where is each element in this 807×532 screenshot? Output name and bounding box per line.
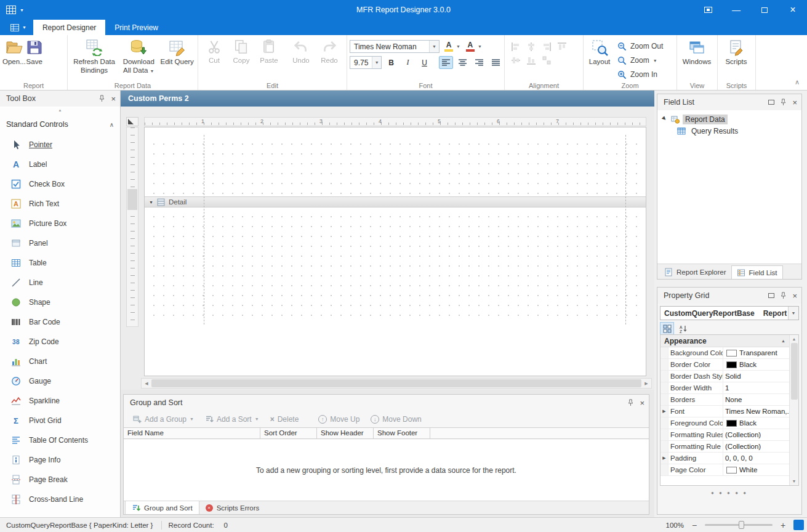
- zoom-grip-icon[interactable]: [793, 520, 804, 530]
- scripts-button[interactable]: Scripts: [720, 37, 752, 66]
- underline-button[interactable]: U: [417, 56, 432, 69]
- property-value[interactable]: Black: [723, 359, 789, 370]
- app-icon[interactable]: [6, 6, 16, 14]
- pin-icon[interactable]: [780, 99, 787, 106]
- column-show-footer[interactable]: Show Footer: [374, 428, 430, 438]
- property-value[interactable]: (Collection): [723, 441, 789, 452]
- property-value[interactable]: 0, 0, 0, 0: [723, 453, 789, 464]
- toolbox-item-shape[interactable]: Shape: [0, 292, 120, 312]
- property-row-formatting-rules[interactable]: Formatting Rules (Collection): [660, 429, 789, 441]
- scroll-up-icon[interactable]: ▲: [792, 337, 797, 341]
- minimize-button[interactable]: —: [722, 0, 750, 20]
- toolbox-item-chart[interactable]: Chart: [0, 352, 120, 371]
- tab-report-designer[interactable]: Report Designer: [33, 20, 105, 35]
- category-appearance[interactable]: Appearance ▲: [660, 335, 789, 347]
- property-value[interactable]: Times New Roman,...: [723, 406, 789, 417]
- tab-field-list[interactable]: Field List: [731, 265, 783, 279]
- expand-icon[interactable]: ▶: [660, 453, 668, 464]
- align-left-edges-icon[interactable]: [511, 42, 521, 52]
- align-bottoms-icon[interactable]: [526, 55, 536, 65]
- toolbox-item-gauge[interactable]: Gauge: [0, 371, 120, 391]
- copy-button[interactable]: Copy: [228, 37, 255, 65]
- property-row-border-dash-style[interactable]: Border Dash Style Solid: [660, 371, 789, 382]
- property-value[interactable]: Transparent: [723, 347, 789, 358]
- toolbox-item-rich-text[interactable]: A Rich Text: [0, 194, 120, 214]
- collapse-ribbon-icon[interactable]: ∧: [795, 78, 800, 86]
- refresh-data-bindings-button[interactable]: Refresh Data Bindings: [70, 37, 118, 75]
- property-value[interactable]: Black: [723, 417, 789, 429]
- property-value[interactable]: None: [723, 394, 789, 405]
- font-name-caret-icon[interactable]: ▼: [429, 41, 439, 52]
- column-show-header[interactable]: Show Header: [317, 428, 374, 438]
- toolbox-item-zip-code[interactable]: 38 Zip Code: [0, 332, 120, 352]
- toolbox-item-table-of-contents[interactable]: Table Of Contents: [0, 430, 120, 450]
- property-row-borders[interactable]: Borders None: [660, 394, 789, 406]
- edit-query-button[interactable]: Edit Query: [159, 37, 195, 66]
- zoom-out-button[interactable]: Zoom Out: [613, 40, 667, 52]
- detail-band-grid[interactable]: [145, 208, 646, 324]
- property-value[interactable]: White: [723, 464, 789, 475]
- align-text-left-button[interactable]: [439, 56, 453, 69]
- property-row-font[interactable]: ▶ Font Times New Roman,...: [660, 406, 789, 417]
- font-size-caret-icon[interactable]: ▼: [372, 57, 381, 68]
- scroll-left-icon[interactable]: ◀: [142, 381, 151, 386]
- toolbox-item-table[interactable]: Table: [0, 253, 120, 273]
- download-all-data-button[interactable]: Download All Data ▼: [118, 37, 159, 75]
- toolbox-item-check-box[interactable]: Check Box: [0, 174, 120, 194]
- make-same-size-icon[interactable]: [542, 55, 552, 65]
- toolbox-item-panel[interactable]: Panel: [0, 233, 120, 253]
- tab-scripts-errors[interactable]: × Scripts Errors: [199, 501, 266, 514]
- align-tops-icon[interactable]: [557, 42, 567, 52]
- column-field-name[interactable]: Field Name: [124, 428, 260, 438]
- align-text-right-button[interactable]: [472, 56, 486, 69]
- toolbox-item-sparkline[interactable]: Sparkline: [0, 391, 120, 411]
- property-row-foreground-color[interactable]: Foreground Color Black: [660, 417, 789, 429]
- maximize-button[interactable]: [750, 0, 779, 20]
- application-menu-button[interactable]: ▼: [4, 20, 33, 35]
- tab-report-explorer[interactable]: Report Explorer: [659, 265, 731, 279]
- band-collapse-icon[interactable]: ▼: [149, 200, 153, 204]
- paste-button[interactable]: Paste: [255, 37, 283, 65]
- scrollbar-thumb[interactable]: [791, 343, 798, 400]
- column-sort-order[interactable]: Sort Order: [260, 428, 317, 438]
- move-down-button[interactable]: ↓ Move Down: [366, 412, 426, 426]
- selector-caret-icon[interactable]: ▼: [788, 307, 798, 320]
- close-panel-icon[interactable]: ×: [792, 99, 797, 107]
- toolbox-item-label[interactable]: A Label: [0, 155, 120, 174]
- bold-button[interactable]: B: [384, 56, 398, 69]
- zoom-slider[interactable]: [705, 524, 773, 526]
- detail-band-header[interactable]: ▼ Detail: [145, 196, 646, 208]
- toolbox-item-page-info[interactable]: Page Info: [0, 450, 120, 470]
- highlight-color-button[interactable]: A ▼: [442, 40, 461, 53]
- design-surface[interactable]: 1 2 3 4 5 6 7 ▼ Detail ◀ ▶: [121, 107, 654, 390]
- font-color-button[interactable]: A ▼: [464, 40, 483, 53]
- property-row-page-color[interactable]: Page Color White: [660, 464, 789, 476]
- undo-button[interactable]: Undo: [287, 37, 315, 65]
- toolbox-item-bar-code[interactable]: Bar Code: [0, 312, 120, 332]
- align-middles-icon[interactable]: [511, 55, 521, 65]
- ruler-units-corner[interactable]: [126, 117, 139, 126]
- tab-print-preview[interactable]: Print Preview: [105, 20, 167, 35]
- description-splitter[interactable]: ● ● ● ● ●: [657, 490, 801, 496]
- expand-icon[interactable]: ▶: [660, 406, 668, 417]
- scroll-down-icon[interactable]: ▼: [792, 479, 797, 483]
- quick-access-caret-icon[interactable]: ▼: [20, 8, 24, 12]
- scroll-right-icon[interactable]: ▶: [641, 381, 651, 386]
- horizontal-scrollbar[interactable]: ◀ ▶: [141, 378, 652, 389]
- close-panel-icon[interactable]: ×: [792, 292, 797, 300]
- open-button[interactable]: Open...: [2, 37, 26, 66]
- delete-button[interactable]: × Delete: [265, 412, 304, 426]
- pin-icon[interactable]: [780, 292, 787, 299]
- italic-button[interactable]: I: [401, 56, 415, 69]
- alphabetical-view-button[interactable]: AZ: [676, 322, 690, 335]
- close-panel-icon[interactable]: ×: [111, 95, 116, 103]
- fullscreen-button[interactable]: [694, 0, 722, 20]
- toolbox-item-picture-box[interactable]: Picture Box: [0, 214, 120, 233]
- scrollbar-thumb[interactable]: [151, 379, 641, 387]
- zoom-in-button[interactable]: +: [779, 520, 787, 530]
- zoom-menu-button[interactable]: Zoom ▼: [613, 54, 667, 66]
- windows-button[interactable]: Windows: [680, 37, 714, 66]
- zoom-out-button[interactable]: −: [690, 520, 699, 530]
- top-band-grid[interactable]: [145, 135, 646, 196]
- property-row-border-width[interactable]: Border Width 1: [660, 382, 789, 394]
